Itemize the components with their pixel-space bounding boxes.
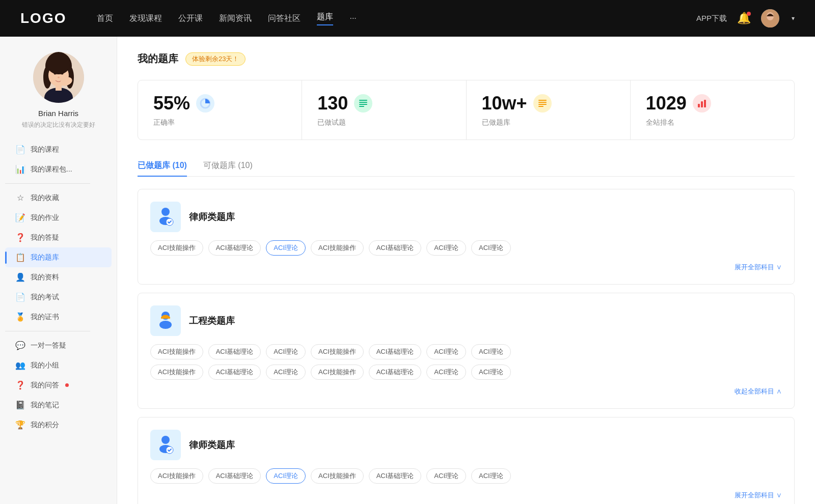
avatar[interactable] xyxy=(761,9,779,27)
nav-qa[interactable]: 问答社区 xyxy=(268,13,301,24)
tag-l2-theory-3[interactable]: ACI理论 xyxy=(471,468,511,484)
nav-home[interactable]: 首页 xyxy=(97,13,113,24)
sidebar-divider-1 xyxy=(5,183,90,184)
svg-rect-13 xyxy=(56,85,62,91)
ranking-icon xyxy=(693,94,711,113)
sidebar-divider-2 xyxy=(5,331,90,331)
nav-bank[interactable]: 题库 xyxy=(317,12,333,25)
nav-more[interactable]: ··· xyxy=(349,14,356,23)
nav-news[interactable]: 新闻资讯 xyxy=(219,13,252,24)
sidebar: Brian Harris 错误的决定比没有决定要好 📄 我的课程 📊 我的课程包… xyxy=(0,37,117,504)
sidebar-item-qa[interactable]: ❓ 我的答疑 xyxy=(5,228,112,247)
sidebar-item-label: 我的问答 xyxy=(31,381,59,390)
sidebar-item-certificate[interactable]: 🏅 我的证书 xyxy=(5,307,112,327)
tag-aci-theory-2[interactable]: ACI理论 xyxy=(426,240,466,256)
tag-eng-theory-r2-3[interactable]: ACI理论 xyxy=(471,365,511,380)
sidebar-item-notes[interactable]: 📓 我的笔记 xyxy=(5,395,112,415)
tag-eng-basic-1[interactable]: ACI基础理论 xyxy=(208,344,261,359)
tag-l2-tech-1[interactable]: ACI技能操作 xyxy=(150,468,203,484)
bank-footer-lawyer-2: 展开全部科目 ∨ xyxy=(150,491,782,500)
tag-aci-basic-theory-1[interactable]: ACI基础理论 xyxy=(208,240,261,256)
expand-btn-engineering[interactable]: 收起全部科目 ∧ xyxy=(735,387,782,396)
tag-eng-basic-r2-1[interactable]: ACI基础理论 xyxy=(208,365,261,380)
stat-accuracy: 55% 正确率 xyxy=(138,80,302,139)
tag-eng-theory-2[interactable]: ACI理论 xyxy=(426,344,466,359)
tag-eng-tech-r2-1[interactable]: ACI技能操作 xyxy=(150,365,203,380)
notification-dot xyxy=(747,12,751,16)
qa-notification-dot xyxy=(65,383,69,387)
bank-tags-lawyer-1: ACI技能操作 ACI基础理论 ACI理论 ACI技能操作 ACI基础理论 AC… xyxy=(150,240,782,256)
tag-l2-theory-active[interactable]: ACI理论 xyxy=(266,468,306,484)
svg-rect-22 xyxy=(538,104,547,105)
tag-eng-theory-3[interactable]: ACI理论 xyxy=(471,344,511,359)
sidebar-item-group[interactable]: 👥 我的小组 xyxy=(5,355,112,375)
bank-name-lawyer-2: 律师类题库 xyxy=(189,439,235,451)
svg-rect-16 xyxy=(359,100,367,101)
sidebar-item-one-on-one[interactable]: 💬 一对一答疑 xyxy=(5,335,112,355)
svg-rect-18 xyxy=(359,104,367,105)
user-avatar-image xyxy=(33,52,84,103)
sidebar-item-label: 我的答疑 xyxy=(31,233,59,242)
tag-eng-theory-r2-1[interactable]: ACI理论 xyxy=(266,365,306,380)
bank-name-engineering: 工程类题库 xyxy=(189,315,235,327)
tag-l2-basic-1[interactable]: ACI基础理论 xyxy=(208,468,261,484)
sidebar-item-profile[interactable]: 👤 我的资料 xyxy=(5,267,112,287)
stat-top-ranking: 1029 xyxy=(646,93,779,114)
svg-point-11 xyxy=(58,77,60,78)
svg-rect-23 xyxy=(538,106,544,107)
tag-eng-theory-1[interactable]: ACI理论 xyxy=(266,344,306,359)
tag-aci-tech-op-2[interactable]: ACI技能操作 xyxy=(311,240,364,256)
tag-aci-basic-theory-2[interactable]: ACI基础理论 xyxy=(369,240,422,256)
tag-l2-tech-2[interactable]: ACI技能操作 xyxy=(311,468,364,484)
tag-l2-theory-2[interactable]: ACI理论 xyxy=(426,468,466,484)
sidebar-item-course-package[interactable]: 📊 我的课程包... xyxy=(5,159,112,179)
sidebar-item-exam[interactable]: 📄 我的考试 xyxy=(5,287,112,307)
stat-ranking: 1029 全站排名 xyxy=(631,80,794,139)
stat-done-banks: 10w+ 已做题库 xyxy=(467,80,631,139)
svg-rect-17 xyxy=(359,102,367,103)
tag-l2-basic-2[interactable]: ACI基础理论 xyxy=(369,468,422,484)
bank-footer-engineering: 收起全部科目 ∧ xyxy=(150,387,782,396)
favorites-icon: ☆ xyxy=(15,193,25,203)
sidebar-item-points[interactable]: 🏆 我的积分 xyxy=(5,415,112,435)
bank-icon-lawyer-1 xyxy=(150,202,181,232)
tag-aci-tech-op-1[interactable]: ACI技能操作 xyxy=(150,240,203,256)
lawyer-icon-2 xyxy=(154,434,177,456)
sidebar-item-my-qa[interactable]: ❓ 我的问答 xyxy=(5,375,112,395)
svg-rect-21 xyxy=(538,102,547,103)
sidebar-item-my-course[interactable]: 📄 我的课程 xyxy=(5,139,112,159)
sidebar-item-label: 我的题库 xyxy=(31,253,59,262)
tag-eng-theory-r2-2[interactable]: ACI理论 xyxy=(426,365,466,380)
expand-btn-lawyer-1[interactable]: 展开全部科目 ∨ xyxy=(735,263,782,272)
sidebar-item-bank[interactable]: 📋 我的题库 xyxy=(5,247,112,267)
bank-item-lawyer-2: 律师类题库 ACI技能操作 ACI基础理论 ACI理论 ACI技能操作 ACI基… xyxy=(138,417,795,504)
sidebar-item-favorites[interactable]: ☆ 我的收藏 xyxy=(5,188,112,208)
notification-bell[interactable]: 🔔 xyxy=(737,12,751,25)
app-download[interactable]: APP下载 xyxy=(696,14,727,23)
main-content: 我的题库 体验剩余23天！ 55% 正确率 13 xyxy=(117,37,815,504)
bank-header-lawyer-2: 律师类题库 xyxy=(150,430,782,460)
trial-badge: 体验剩余23天！ xyxy=(185,52,246,66)
expand-btn-lawyer-2[interactable]: 展开全部科目 ∨ xyxy=(735,491,782,500)
user-avatar xyxy=(33,52,84,103)
tab-available-banks[interactable]: 可做题库 (10) xyxy=(203,155,253,176)
nav-open-course[interactable]: 公开课 xyxy=(178,13,203,24)
tag-eng-tech-1[interactable]: ACI技能操作 xyxy=(150,344,203,359)
svg-point-27 xyxy=(161,208,170,216)
tag-aci-theory-3[interactable]: ACI理论 xyxy=(471,240,511,256)
nav-discover[interactable]: 发现课程 xyxy=(129,13,162,24)
course-package-icon: 📊 xyxy=(15,164,25,174)
sidebar-item-homework[interactable]: 📝 我的作业 xyxy=(5,208,112,228)
avatar-image xyxy=(761,9,779,27)
tag-eng-tech-r2-2[interactable]: ACI技能操作 xyxy=(311,365,364,380)
tag-eng-basic-r2-2[interactable]: ACI基础理论 xyxy=(369,365,422,380)
navigation: LOGO 首页 发现课程 公开课 新闻资讯 问答社区 题库 ··· APP下载 … xyxy=(0,0,815,37)
user-dropdown-icon[interactable]: ▾ xyxy=(792,15,795,22)
book-icon xyxy=(537,98,548,108)
profile-icon: 👤 xyxy=(15,272,25,282)
tag-aci-theory-active-1[interactable]: ACI理论 xyxy=(266,240,306,256)
tab-done-banks[interactable]: 已做题库 (10) xyxy=(138,155,187,176)
tag-eng-basic-2[interactable]: ACI基础理论 xyxy=(369,344,422,359)
sidebar-item-label: 我的积分 xyxy=(31,421,59,430)
tag-eng-tech-2[interactable]: ACI技能操作 xyxy=(311,344,364,359)
